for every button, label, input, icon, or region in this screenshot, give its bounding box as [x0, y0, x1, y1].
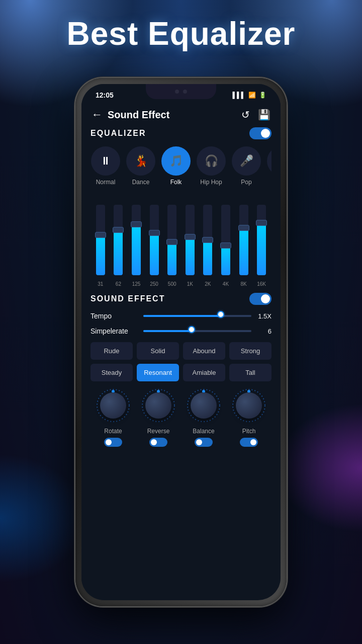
- effect-btn-amiable[interactable]: Amiable: [183, 364, 225, 381]
- knob-pitch-label: Pitch: [242, 428, 256, 435]
- status-icons: ▌▌▌ 📶 🔋: [232, 92, 266, 99]
- preset-dance-label: Dance: [132, 179, 150, 186]
- eq-track-16K: [257, 205, 266, 275]
- preset-pop[interactable]: 🎤 Pop: [231, 146, 261, 186]
- sound-effect-title: SOUND EFFECT: [90, 294, 165, 303]
- eq-thumb-125: [131, 221, 142, 227]
- header-left: ← Sound Effect: [92, 108, 169, 121]
- eq-freq-label-4K: 4K: [218, 281, 234, 287]
- eq-band-8K[interactable]: [236, 205, 252, 275]
- tempo-label: Tempo: [90, 312, 138, 320]
- knob-reverse-inner: [145, 392, 171, 419]
- page-title: Best Equalizer: [0, 15, 362, 52]
- sound-effect-toggle[interactable]: [249, 293, 272, 305]
- eq-track-31: [96, 205, 105, 275]
- header-title: Sound Effect: [108, 109, 169, 121]
- mini-toggle-pitch[interactable]: [240, 438, 258, 447]
- eq-thumb-2K: [202, 237, 213, 243]
- knob-pitch: Pitch: [231, 387, 267, 435]
- eq-thumb-4K: [220, 243, 231, 249]
- battery-icon: 🔋: [259, 92, 266, 99]
- notch-dot-2: [183, 90, 187, 94]
- eq-freq-label-125: 125: [128, 281, 144, 287]
- mini-toggle-rotate[interactable]: [104, 438, 122, 447]
- effect-btn-rude[interactable]: Rude: [90, 342, 133, 360]
- preset-hiphop-label: Hip Hop: [200, 179, 222, 186]
- notch: [146, 84, 216, 99]
- preset-dance[interactable]: 💃 Dance: [126, 146, 156, 186]
- eq-track-2K: [203, 205, 212, 275]
- header-right: ↺ 💾: [241, 109, 270, 121]
- save-icon[interactable]: 💾: [258, 109, 270, 121]
- eq-fill-500: [167, 244, 176, 275]
- eq-fill-2K: [203, 242, 212, 275]
- phone-outer: 12:05 ▌▌▌ 📶 🔋 ← Sound Effect ↺ 💾: [75, 78, 287, 606]
- effect-btn-steady[interactable]: Steady: [90, 364, 133, 381]
- effect-buttons-row2: Steady Resonant Amiable Tall: [90, 364, 272, 381]
- tempo-slider: Tempo 1.5X: [90, 312, 272, 320]
- eq-track-250: [150, 205, 159, 275]
- preset-pop-label: Pop: [241, 179, 251, 186]
- eq-track-500: [167, 205, 176, 275]
- preset-classic-icon: 🎻: [267, 146, 272, 176]
- preset-folk-label: Folk: [170, 179, 182, 186]
- preset-normal[interactable]: ⏸ Normal: [90, 146, 121, 186]
- eq-thumb-8K: [238, 225, 249, 231]
- simpelerate-label: Simpelerate: [90, 327, 138, 335]
- knob-balance-label: Balance: [193, 428, 214, 435]
- eq-band-16K[interactable]: [253, 205, 269, 275]
- knob-balance-control[interactable]: [186, 387, 222, 424]
- eq-band-62[interactable]: [111, 205, 127, 275]
- knob-balance-inner: [191, 392, 217, 419]
- effect-btn-resonant[interactable]: Resonant: [137, 364, 179, 381]
- knob-rotate-control[interactable]: [95, 387, 131, 424]
- app-header: ← Sound Effect ↺ 💾: [81, 103, 281, 127]
- eq-freq-label-31: 31: [93, 281, 109, 287]
- preset-normal-label: Normal: [96, 179, 116, 186]
- preset-pop-icon: 🎤: [232, 146, 261, 176]
- simpelerate-slider: Simpelerate 6: [90, 327, 272, 335]
- preset-classic[interactable]: 🎻 Clas...: [266, 146, 272, 186]
- knob-reverse-control[interactable]: [140, 387, 176, 424]
- mini-toggle-reverse[interactable]: [149, 438, 167, 447]
- effect-btn-abound[interactable]: Abound: [183, 342, 225, 360]
- eq-band-250[interactable]: [146, 205, 162, 275]
- wifi-icon: 📶: [248, 92, 256, 99]
- eq-fill-16K: [257, 224, 266, 275]
- preset-folk[interactable]: 🎵 Folk: [161, 146, 191, 186]
- simpelerate-bar[interactable]: [143, 330, 251, 332]
- knob-rotate-inner: [100, 392, 126, 419]
- knob-rotate-label: Rotate: [104, 428, 122, 435]
- knob-rotate: Rotate: [95, 387, 131, 435]
- preset-hiphop[interactable]: 🎧 Hip Hop: [196, 146, 226, 186]
- eq-band-125[interactable]: [128, 205, 144, 275]
- knob-reverse-label: Reverse: [147, 428, 170, 435]
- effect-btn-strong[interactable]: Strong: [229, 342, 272, 360]
- reset-icon[interactable]: ↺: [241, 109, 250, 121]
- equalizer-toggle[interactable]: [249, 127, 272, 139]
- knob-reverse: Reverse: [140, 387, 176, 435]
- mini-toggle-balance[interactable]: [195, 438, 213, 447]
- eq-freq-label-250: 250: [146, 281, 162, 287]
- back-button[interactable]: ←: [92, 108, 103, 121]
- eq-fill-125: [132, 226, 141, 275]
- eq-band-500[interactable]: [164, 205, 180, 275]
- eq-thumb-250: [149, 230, 160, 236]
- eq-band-2K[interactable]: [200, 205, 216, 275]
- knob-pitch-control[interactable]: [231, 387, 267, 424]
- knob-pitch-inner: [236, 392, 262, 419]
- eq-freq-label-500: 500: [164, 281, 180, 287]
- eq-band-4K[interactable]: [218, 205, 234, 275]
- eq-track-125: [132, 205, 141, 275]
- eq-band-31[interactable]: [93, 205, 109, 275]
- eq-freq-label-8K: 8K: [236, 281, 252, 287]
- effect-btn-tall[interactable]: Tall: [229, 364, 272, 381]
- eq-freq-labels: 31621252505001K2K4K8K16K: [90, 279, 272, 287]
- eq-fill-1K: [186, 238, 195, 275]
- tempo-bar[interactable]: [143, 315, 251, 317]
- tempo-value: 1.5X: [256, 312, 272, 320]
- tempo-row: Tempo 1.5X: [90, 312, 272, 320]
- eq-band-1K[interactable]: [182, 205, 198, 275]
- effect-btn-solid[interactable]: Solid: [137, 342, 179, 360]
- eq-track-4K: [221, 205, 230, 275]
